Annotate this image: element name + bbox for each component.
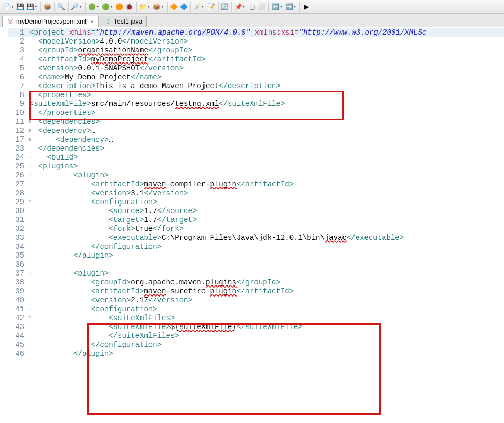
tab-test1[interactable]: JTest1.java	[100, 16, 147, 27]
code-line[interactable]: <project xmlns="http://maven.apache.org/…	[27, 28, 504, 37]
line-gutter[interactable]: 1234567891011121723242526272829303132333…	[8, 27, 27, 423]
code-line[interactable]: <artifactId>maven-compiler-plugin</artif…	[27, 180, 504, 189]
run2-icon[interactable]: 🟢	[101, 2, 111, 12]
line-number[interactable]: 9	[8, 100, 27, 109]
code-line[interactable]: <target>1.7</target>	[27, 216, 504, 225]
code-line[interactable]: <modelVersion>4.0.0</modelVersion>	[27, 37, 504, 46]
code-line[interactable]: <configuration>	[27, 198, 504, 207]
line-number[interactable]: 42	[8, 314, 27, 323]
open-type-icon[interactable]: 🔶	[169, 2, 179, 12]
tab-pom[interactable]: ⓂmyDemoProject/pom.xml✕	[2, 16, 99, 27]
saveall-icon[interactable]: 💾	[26, 2, 35, 12]
code-line[interactable]: <fork>true</fork>	[27, 225, 504, 234]
line-number[interactable]: 1	[8, 28, 27, 37]
line-number[interactable]: 11	[8, 118, 27, 126]
code-line[interactable]: <suiteXmlFile>${suiteXmlFile}</suiteXmlF…	[27, 323, 504, 332]
code-line[interactable]: </plugin>	[27, 251, 504, 260]
stop-icon[interactable]: ⬜	[257, 2, 266, 12]
code-line[interactable]: <description>This is a demo Maven Projec…	[27, 82, 504, 91]
code-line[interactable]: </properties>	[27, 109, 504, 118]
line-number[interactable]: 3	[8, 46, 27, 55]
code-line[interactable]: <dependency>…	[27, 135, 504, 144]
tab-close-icon[interactable]: ✕	[90, 19, 94, 25]
fwd-icon[interactable]: ➡️	[284, 2, 294, 12]
line-number[interactable]: 17	[8, 135, 27, 144]
line-number[interactable]: 28	[8, 189, 27, 198]
code-line[interactable]: </configuration>	[27, 242, 504, 251]
search-icon[interactable]: 🔍	[57, 2, 66, 12]
line-number[interactable]: 8	[8, 91, 27, 100]
line-number[interactable]: 31	[8, 216, 27, 225]
line-number[interactable]: 46	[8, 350, 27, 358]
terminal-icon[interactable]: ▢	[247, 2, 256, 12]
line-number[interactable]: 2	[8, 37, 27, 46]
newproj-icon[interactable]: 📁	[138, 2, 148, 12]
line-number[interactable]: 25	[8, 162, 27, 171]
line-number[interactable]: 43	[8, 323, 27, 332]
line-number[interactable]: 41	[8, 305, 27, 314]
zoom-icon[interactable]: 🔎	[70, 2, 80, 12]
code-line[interactable]: </plugin>	[27, 350, 504, 358]
line-number[interactable]: 5	[8, 64, 27, 73]
code-line[interactable]: <groupId>organisationName</groupId>	[27, 46, 504, 55]
code-line[interactable]: <plugins>	[27, 162, 504, 171]
new-comp-icon[interactable]: 📦	[43, 2, 52, 12]
coverage-icon[interactable]: 🟠	[115, 2, 124, 12]
line-number[interactable]: 27	[8, 180, 27, 189]
refresh-icon[interactable]: 🔄	[220, 2, 230, 12]
new-icon[interactable]: 📄	[2, 2, 12, 12]
code-line[interactable]: <version>2.17</version>	[27, 296, 504, 305]
line-number[interactable]: 23	[8, 144, 27, 153]
wand-icon[interactable]: 🪄	[193, 2, 202, 12]
line-number[interactable]: 40	[8, 296, 27, 305]
format-icon[interactable]: 📝	[207, 2, 216, 12]
line-number[interactable]: 10	[8, 109, 27, 118]
open-task-icon[interactable]: 🔷	[179, 2, 189, 12]
newpkg-icon[interactable]: 📦	[152, 2, 162, 12]
code-line[interactable]: <properties>	[27, 91, 504, 100]
line-number[interactable]: 37	[8, 269, 27, 278]
line-number[interactable]: 30	[8, 207, 27, 216]
code-line[interactable]: <plugin>	[27, 269, 504, 278]
line-number[interactable]: 44	[8, 332, 27, 341]
line-number[interactable]: 38	[8, 278, 27, 287]
line-number[interactable]: 4	[8, 55, 27, 64]
line-number[interactable]: 6	[8, 73, 27, 82]
line-number[interactable]: 7	[8, 82, 27, 91]
code-line[interactable]: <build>	[27, 153, 504, 162]
code-area[interactable]: <project xmlns="http://maven.apache.org/…	[27, 27, 504, 423]
code-line[interactable]: <suiteXmlFiles>	[27, 314, 504, 323]
code-line[interactable]: <configuration>	[27, 305, 504, 314]
pin-icon[interactable]: 📌	[234, 2, 243, 12]
code-line[interactable]: <dependencies>	[27, 118, 504, 126]
line-number[interactable]: 45	[8, 341, 27, 350]
line-number[interactable]: 26	[8, 171, 27, 180]
line-number[interactable]: 12	[8, 126, 27, 135]
code-editor[interactable]: 1234567891011121723242526272829303132333…	[0, 27, 504, 423]
marker-icon[interactable]: ▶	[302, 2, 311, 12]
code-line[interactable]	[27, 260, 504, 269]
line-number[interactable]: 34	[8, 242, 27, 251]
code-line[interactable]: <version>0.0.1-SNAPSHOT</version>	[27, 64, 504, 73]
code-line[interactable]: <version>3.1</version>	[27, 189, 504, 198]
code-line[interactable]: <suiteXmlFile>src/main/resources/testng.…	[27, 100, 504, 109]
code-line[interactable]: <name>My Demo Project</name>	[27, 73, 504, 82]
line-number[interactable]: 32	[8, 225, 27, 234]
code-line[interactable]: <groupId>org.apache.maven.plugins</group…	[27, 278, 504, 287]
code-line[interactable]: </dependencies>	[27, 144, 504, 153]
line-number[interactable]: 33	[8, 234, 27, 242]
code-line[interactable]: </suiteXmlFiles>	[27, 332, 504, 341]
back-icon[interactable]: ⬅️	[271, 2, 280, 12]
debug-icon[interactable]: 🐞	[125, 2, 134, 12]
line-number[interactable]: 36	[8, 260, 27, 269]
code-line[interactable]: <plugin>	[27, 171, 504, 180]
line-number[interactable]: 39	[8, 287, 27, 296]
line-number[interactable]: 35	[8, 251, 27, 260]
code-line[interactable]: <dependency>…	[27, 126, 504, 135]
code-line[interactable]: <executable>C:\Program Files\Java\jdk-12…	[27, 234, 504, 242]
code-line[interactable]: <artifactId>maven-surefire-plugin</artif…	[27, 287, 504, 296]
code-line[interactable]: </configuration>	[27, 341, 504, 350]
code-line[interactable]: <artifactId>myDemoProject</artifactId>	[27, 55, 504, 64]
run-icon[interactable]: 🟢	[88, 2, 97, 12]
save-icon[interactable]: 💾	[16, 2, 25, 12]
